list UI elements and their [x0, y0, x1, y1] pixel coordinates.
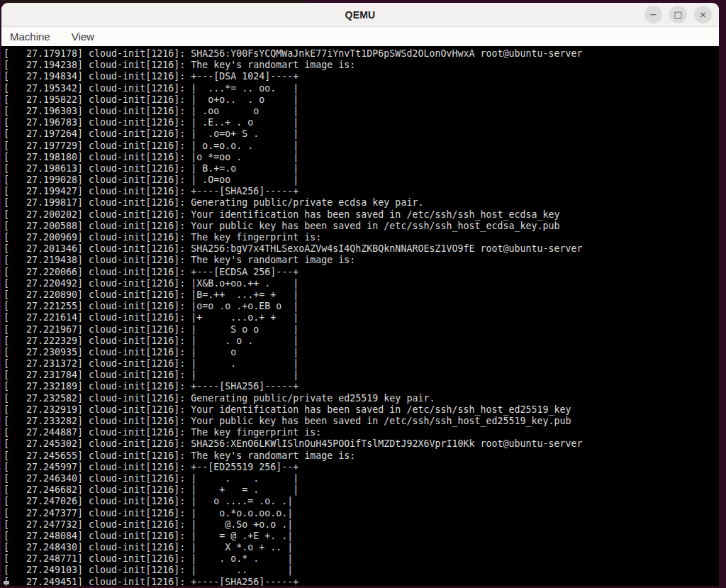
console-line: [ 27.231784] cloud-init[1216]: | |	[4, 370, 719, 381]
console-line: [ 27.233282] cloud-init[1216]: Your publ…	[4, 416, 719, 427]
console-line: [ 27.200202] cloud-init[1216]: Your iden…	[4, 209, 719, 221]
minimize-icon: −	[649, 10, 657, 19]
console-line: [ 27.197264] cloud-init[1216]: | .o=o+ S…	[4, 128, 719, 140]
console-line: [ 27.199817] cloud-init[1216]: Generatin…	[4, 197, 719, 209]
console-line: [ 27.200969] cloud-init[1216]: The key f…	[4, 232, 719, 243]
console-line: [ 27.247026] cloud-init[1216]: | o ....=…	[4, 496, 719, 507]
console-line: [ 27.246682] cloud-init[1216]: | + = . |	[4, 484, 719, 496]
console-line: [ 27.201346] cloud-init[1216]: SHA256:bg…	[4, 243, 719, 255]
console-line: [ 27.231372] cloud-init[1216]: | . |	[4, 358, 719, 370]
console-line: [ 27.221255] cloud-init[1216]: |o=o .o .…	[4, 301, 719, 312]
minimize-button[interactable]: −	[644, 6, 662, 23]
titlebar[interactable]: QEMU − □ ×	[1, 3, 719, 27]
console-line: [ 27.249451] cloud-init[1216]: +----[SHA…	[4, 577, 719, 586]
console-line: [ 27.245302] cloud-init[1216]: SHA256:XE…	[4, 438, 719, 450]
console-line: [ 27.194834] cloud-init[1216]: +---[DSA …	[4, 71, 719, 82]
console-line: [ 27.247732] cloud-init[1216]: | @.So +o…	[4, 519, 719, 531]
console-line: [ 27.232189] cloud-init[1216]: +----[SHA…	[4, 381, 719, 392]
console-line: [ 27.248430] cloud-init[1216]: | X *.o +…	[4, 542, 719, 553]
console-line: [ 27.220890] cloud-init[1216]: |B=.++ ..…	[4, 289, 719, 301]
console-cursor	[4, 581, 9, 584]
console-line: [ 27.245997] cloud-init[1216]: +--[ED255…	[4, 462, 719, 473]
console-line: [ 27.195822] cloud-init[1216]: | o+o.. .…	[4, 94, 719, 106]
console-line: [ 27.198180] cloud-init[1216]: |o *=oo .…	[4, 152, 719, 163]
maximize-icon: □	[674, 10, 682, 19]
console-line: [ 27.196303] cloud-init[1216]: | .oo o |	[4, 106, 719, 117]
console-line: [ 27.247377] cloud-init[1216]: | o.*o.o.…	[4, 508, 719, 519]
menu-bar: MachineView	[1, 27, 719, 46]
console-line: [ 27.197729] cloud-init[1216]: | o.=o.o.…	[4, 140, 719, 152]
console-line: [ 27.221967] cloud-init[1216]: | S o o |	[4, 324, 719, 335]
console-line: [ 27.194238] cloud-init[1216]: The key's…	[4, 60, 719, 71]
console-line: [ 27.245655] cloud-init[1216]: The key's…	[4, 450, 719, 462]
menu-item[interactable]: View	[70, 29, 96, 44]
console-log: [ 27.179178] cloud-init[1216]: SHA256:Y0…	[1, 46, 719, 586]
console-line: [ 27.230935] cloud-init[1216]: | o |	[4, 347, 719, 358]
console-line: [ 27.222329] cloud-init[1216]: | . o . |	[4, 335, 719, 347]
window-controls: − □ ×	[644, 3, 712, 26]
console-line: [ 27.198613] cloud-init[1216]: | B.+=.o …	[4, 163, 719, 174]
maximize-button[interactable]: □	[669, 6, 687, 23]
console-line: [ 27.246340] cloud-init[1216]: | . . |	[4, 473, 719, 484]
window-title: QEMU	[345, 9, 376, 21]
console-line: [ 27.219438] cloud-init[1216]: The key's…	[4, 255, 719, 266]
console-line: [ 27.196783] cloud-init[1216]: | .E..+ .…	[4, 117, 719, 128]
console-line: [ 27.232582] cloud-init[1216]: Generatin…	[4, 393, 719, 404]
console-line: [ 27.199427] cloud-init[1216]: +----[SHA…	[4, 186, 719, 197]
menu-item[interactable]: Machine	[9, 29, 52, 44]
console-line: [ 27.179178] cloud-init[1216]: SHA256:Y0…	[4, 48, 719, 60]
guest-console[interactable]: [ 27.179178] cloud-init[1216]: SHA256:Y0…	[1, 46, 719, 586]
console-line: [ 27.248084] cloud-init[1216]: | = @ .+E…	[4, 531, 719, 542]
console-line: [ 27.195342] cloud-init[1216]: | ...*= .…	[4, 83, 719, 94]
console-line: [ 27.199028] cloud-init[1216]: | .O=oo |	[4, 174, 719, 186]
close-icon: ×	[699, 10, 707, 19]
console-line: [ 27.244887] cloud-init[1216]: The key f…	[4, 427, 719, 438]
close-button[interactable]: ×	[694, 6, 712, 23]
qemu-window: QEMU − □ × MachineView [ 27.179178] clou…	[1, 3, 719, 586]
console-line: [ 27.220066] cloud-init[1216]: +---[ECDS…	[4, 267, 719, 278]
console-line: [ 27.249103] cloud-init[1216]: | .. |	[4, 565, 719, 576]
console-line: [ 27.220492] cloud-init[1216]: |X&B.o+oo…	[4, 278, 719, 289]
console-line: [ 27.221614] cloud-init[1216]: |+ ...o.+…	[4, 312, 719, 323]
console-line: [ 27.232919] cloud-init[1216]: Your iden…	[4, 404, 719, 416]
console-line: [ 27.200588] cloud-init[1216]: Your publ…	[4, 221, 719, 232]
console-line: [ 27.248771] cloud-init[1216]: | . o.* .…	[4, 553, 719, 565]
